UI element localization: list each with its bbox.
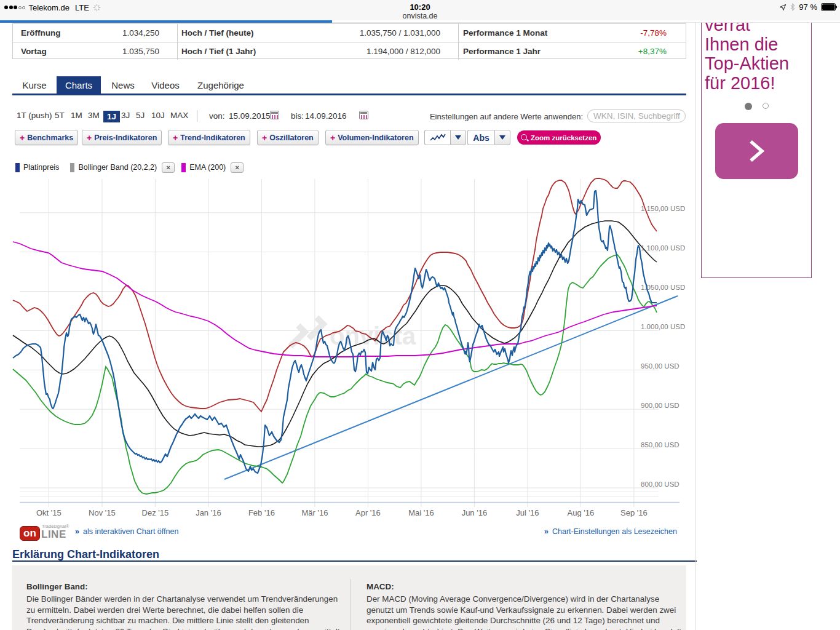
svg-text:Feb '16: Feb '16 bbox=[248, 508, 275, 517]
svg-text:Nov '15: Nov '15 bbox=[89, 508, 116, 517]
svg-text:850,00 USD: 850,00 USD bbox=[641, 441, 680, 449]
svg-text:1.100,00 USD: 1.100,00 USD bbox=[641, 244, 685, 252]
svg-text:Sep '16: Sep '16 bbox=[620, 508, 648, 517]
svg-text:Mär '16: Mär '16 bbox=[301, 508, 328, 517]
svg-text:950,00 USD: 950,00 USD bbox=[641, 362, 680, 370]
svg-text:Jan '16: Jan '16 bbox=[196, 508, 221, 517]
svg-text:1.050,00 USD: 1.050,00 USD bbox=[641, 284, 685, 291]
svg-text:Mai '16: Mai '16 bbox=[408, 508, 434, 517]
svg-text:Aug '16: Aug '16 bbox=[568, 508, 595, 517]
svg-text:Jul '16: Jul '16 bbox=[516, 508, 539, 517]
svg-text:800,00 USD: 800,00 USD bbox=[641, 480, 680, 488]
svg-text:900,00 USD: 900,00 USD bbox=[641, 402, 680, 409]
svg-text:Okt '15: Okt '15 bbox=[36, 508, 61, 517]
svg-text:1.150,00 USD: 1.150,00 USD bbox=[641, 205, 685, 212]
svg-text:1.000,00 USD: 1.000,00 USD bbox=[641, 323, 685, 330]
svg-text:Apr '16: Apr '16 bbox=[355, 508, 381, 517]
svg-text:Dez '15: Dez '15 bbox=[142, 508, 169, 517]
svg-text:Jun '16: Jun '16 bbox=[462, 508, 488, 517]
